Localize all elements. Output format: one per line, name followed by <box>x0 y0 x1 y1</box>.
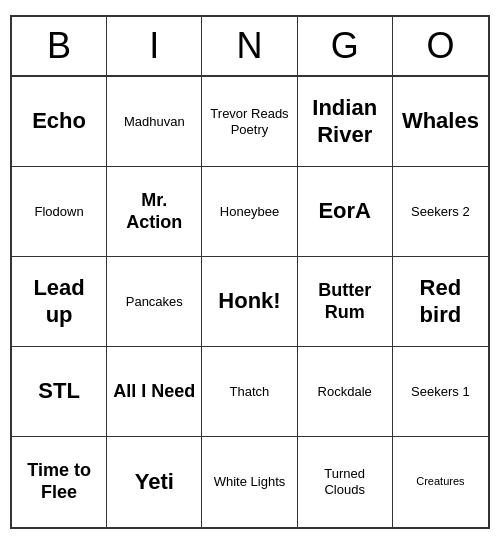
cell-text-0: Echo <box>18 108 100 134</box>
bingo-cell-3: Indian River <box>298 77 393 167</box>
cell-text-5: Flodown <box>18 204 100 220</box>
header-letter-G: G <box>298 17 393 75</box>
bingo-cell-22: White Lights <box>202 437 297 527</box>
cell-text-14: Red bird <box>399 275 482 328</box>
cell-text-24: Creatures <box>399 475 482 488</box>
bingo-cell-7: Honeybee <box>202 167 297 257</box>
bingo-cell-4: Whales <box>393 77 488 167</box>
bingo-cell-17: Thatch <box>202 347 297 437</box>
cell-text-1: Madhuvan <box>113 114 195 130</box>
cell-text-13: Butter Rum <box>304 280 386 323</box>
bingo-cell-15: STL <box>12 347 107 437</box>
cell-text-9: Seekers 2 <box>399 204 482 220</box>
cell-text-12: Honk! <box>208 288 290 314</box>
bingo-cell-19: Seekers 1 <box>393 347 488 437</box>
bingo-cell-18: Rockdale <box>298 347 393 437</box>
header-letter-I: I <box>107 17 202 75</box>
cell-text-10: Lead up <box>18 275 100 328</box>
bingo-cell-24: Creatures <box>393 437 488 527</box>
bingo-cell-10: Lead up <box>12 257 107 347</box>
bingo-cell-2: Trevor Reads Poetry <box>202 77 297 167</box>
bingo-cell-20: Time to Flee <box>12 437 107 527</box>
cell-text-6: Mr. Action <box>113 190 195 233</box>
bingo-cell-13: Butter Rum <box>298 257 393 347</box>
bingo-grid: EchoMadhuvanTrevor Reads PoetryIndian Ri… <box>12 77 488 527</box>
cell-text-23: Turned Clouds <box>304 466 386 497</box>
cell-text-21: Yeti <box>113 469 195 495</box>
bingo-cell-11: Pancakes <box>107 257 202 347</box>
cell-text-15: STL <box>18 378 100 404</box>
header-letter-O: O <box>393 17 488 75</box>
cell-text-11: Pancakes <box>113 294 195 310</box>
header-letter-N: N <box>202 17 297 75</box>
bingo-cell-23: Turned Clouds <box>298 437 393 527</box>
bingo-cell-21: Yeti <box>107 437 202 527</box>
bingo-cell-6: Mr. Action <box>107 167 202 257</box>
bingo-cell-0: Echo <box>12 77 107 167</box>
cell-text-22: White Lights <box>208 474 290 490</box>
cell-text-17: Thatch <box>208 384 290 400</box>
cell-text-7: Honeybee <box>208 204 290 220</box>
cell-text-16: All I Need <box>113 381 195 403</box>
bingo-cell-14: Red bird <box>393 257 488 347</box>
bingo-cell-5: Flodown <box>12 167 107 257</box>
cell-text-19: Seekers 1 <box>399 384 482 400</box>
cell-text-2: Trevor Reads Poetry <box>208 106 290 137</box>
bingo-card: BINGO EchoMadhuvanTrevor Reads PoetryInd… <box>10 15 490 529</box>
cell-text-3: Indian River <box>304 95 386 148</box>
bingo-cell-9: Seekers 2 <box>393 167 488 257</box>
cell-text-4: Whales <box>399 108 482 134</box>
bingo-cell-8: EorA <box>298 167 393 257</box>
bingo-cell-16: All I Need <box>107 347 202 437</box>
bingo-cell-12: Honk! <box>202 257 297 347</box>
cell-text-20: Time to Flee <box>18 460 100 503</box>
cell-text-8: EorA <box>304 198 386 224</box>
bingo-header: BINGO <box>12 17 488 77</box>
bingo-cell-1: Madhuvan <box>107 77 202 167</box>
cell-text-18: Rockdale <box>304 384 386 400</box>
header-letter-B: B <box>12 17 107 75</box>
